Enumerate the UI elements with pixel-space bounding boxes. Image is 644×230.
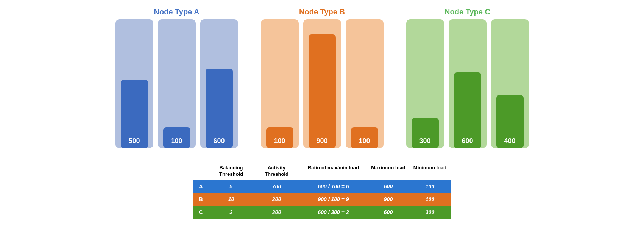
header-spacer bbox=[193, 163, 209, 179]
bar-a3: 600 bbox=[200, 19, 238, 148]
row-b-min: 100 bbox=[409, 193, 451, 206]
node-group-c: Node Type C 300 600 bbox=[406, 8, 529, 148]
bar-c2-label: 600 bbox=[462, 137, 473, 145]
header-activity-threshold: Activity Threshold bbox=[254, 163, 299, 179]
bar-b3-inner: 100 bbox=[351, 127, 378, 148]
row-b-bt: 10 bbox=[209, 193, 254, 206]
row-b-max: 900 bbox=[368, 193, 409, 206]
chart-section: Node Type A 500 100 bbox=[115, 8, 529, 148]
bar-a2: 100 bbox=[158, 19, 196, 148]
row-b-ratio: 900 / 100 = 9 bbox=[299, 193, 368, 206]
row-a-ratio: 600 / 100 = 6 bbox=[299, 180, 368, 193]
row-c-min: 300 bbox=[409, 206, 451, 219]
bar-c3: 400 bbox=[491, 19, 529, 148]
row-c-label: C bbox=[193, 206, 209, 219]
bar-b1: 100 bbox=[261, 19, 299, 148]
node-b-bars: 100 900 100 bbox=[261, 19, 384, 148]
bar-a1-label: 500 bbox=[128, 137, 140, 145]
bar-c3-outer: 400 bbox=[491, 19, 529, 148]
row-c-max: 600 bbox=[368, 206, 409, 219]
table-row-b: B 10 200 900 / 100 = 9 900 100 bbox=[193, 193, 451, 206]
table-section: Balancing Threshold Activity Threshold R… bbox=[193, 163, 451, 219]
node-type-c-title: Node Type C bbox=[444, 8, 490, 16]
bar-a1: 500 bbox=[115, 19, 153, 148]
bar-b3-label: 100 bbox=[359, 137, 370, 145]
row-a-max: 600 bbox=[368, 180, 409, 193]
bar-a1-outer: 500 bbox=[115, 19, 153, 148]
bar-b3-outer: 100 bbox=[346, 19, 384, 148]
bar-a3-inner: 600 bbox=[206, 69, 233, 148]
bar-c3-inner: 400 bbox=[496, 95, 524, 148]
node-type-b-title: Node Type B bbox=[299, 8, 345, 16]
bar-c3-label: 400 bbox=[504, 137, 515, 145]
bar-a2-outer: 100 bbox=[158, 19, 196, 148]
bar-a3-label: 600 bbox=[213, 137, 225, 145]
node-group-b: Node Type B 100 900 bbox=[261, 8, 384, 148]
bar-c1-label: 300 bbox=[419, 137, 430, 145]
row-a-bt: 5 bbox=[209, 180, 254, 193]
data-table: Balancing Threshold Activity Threshold R… bbox=[193, 163, 451, 219]
bar-c2: 600 bbox=[449, 19, 487, 148]
row-a-min: 100 bbox=[409, 180, 451, 193]
row-b-at: 200 bbox=[254, 193, 299, 206]
bar-b1-inner: 100 bbox=[266, 127, 293, 148]
bar-b2-label: 900 bbox=[316, 137, 327, 145]
header-ratio: Ratio of max/min load bbox=[299, 163, 368, 179]
bar-a1-inner: 500 bbox=[121, 80, 148, 148]
header-balancing-threshold: Balancing Threshold bbox=[209, 163, 254, 179]
bar-b2-outer: 900 bbox=[303, 19, 341, 148]
row-b-label: B bbox=[193, 193, 209, 206]
bar-a2-inner: 100 bbox=[163, 127, 190, 148]
bar-b1-outer: 100 bbox=[261, 19, 299, 148]
bar-b3: 100 bbox=[346, 19, 384, 148]
bar-b2: 900 bbox=[303, 19, 341, 148]
bar-c1-inner: 300 bbox=[412, 118, 439, 148]
row-c-ratio: 600 / 300 = 2 bbox=[299, 206, 368, 219]
row-c-bt: 2 bbox=[209, 206, 254, 219]
node-a-bars: 500 100 600 bbox=[115, 19, 238, 148]
table-header: Balancing Threshold Activity Threshold R… bbox=[193, 163, 451, 179]
bar-b2-inner: 900 bbox=[309, 34, 336, 148]
header-min-load: Minimum load bbox=[409, 163, 451, 179]
bar-c1: 300 bbox=[406, 19, 444, 148]
bar-c2-outer: 600 bbox=[449, 19, 487, 148]
bar-c1-outer: 300 bbox=[406, 19, 444, 148]
header-max-load: Maximum load bbox=[368, 163, 409, 179]
node-group-a: Node Type A 500 100 bbox=[115, 8, 238, 148]
bar-b1-label: 100 bbox=[274, 137, 285, 145]
row-a-label: A bbox=[193, 180, 209, 193]
node-type-a-title: Node Type A bbox=[154, 8, 199, 16]
row-a-at: 700 bbox=[254, 180, 299, 193]
bar-a2-label: 100 bbox=[171, 137, 182, 145]
node-c-bars: 300 600 400 bbox=[406, 19, 529, 148]
table-row-c: C 2 300 600 / 300 = 2 600 300 bbox=[193, 206, 451, 219]
main-container: Node Type A 500 100 bbox=[0, 0, 644, 222]
table-row-a: A 5 700 600 / 100 = 6 600 100 bbox=[193, 180, 451, 193]
row-c-at: 300 bbox=[254, 206, 299, 219]
bar-c2-inner: 600 bbox=[454, 72, 481, 148]
bar-a3-outer: 600 bbox=[200, 19, 238, 148]
